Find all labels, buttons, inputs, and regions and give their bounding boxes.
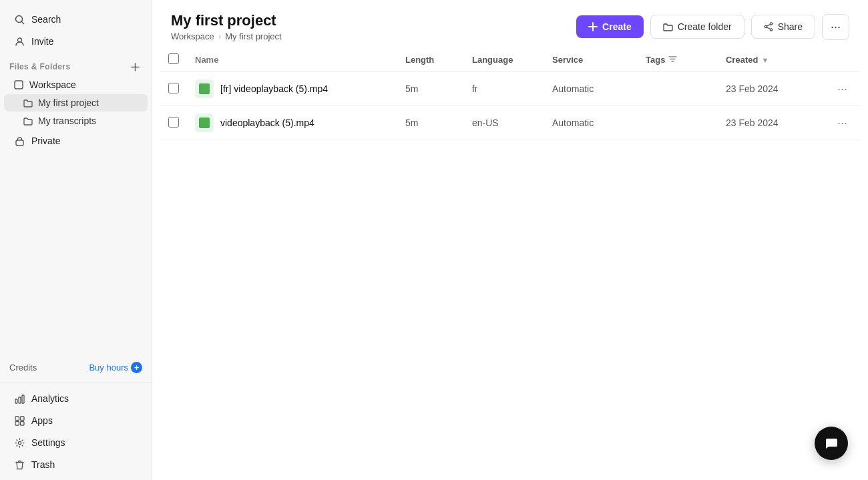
- row-checkbox-cell: [160, 106, 187, 140]
- share-button[interactable]: Share: [751, 15, 815, 39]
- col-header-length: Length: [397, 48, 464, 72]
- svg-rect-25: [199, 83, 210, 94]
- buy-hours-label: Buy hours: [89, 363, 128, 373]
- breadcrumb-separator: ›: [218, 31, 221, 41]
- row-name-cell: [fr] videoplayback (5).mp4: [187, 72, 397, 106]
- svg-line-20: [767, 24, 770, 26]
- sidebar: Search Invite Files & Folders Workspace: [0, 0, 152, 480]
- sidebar-item-my-transcripts[interactable]: My transcripts: [4, 112, 148, 130]
- svg-rect-29: [200, 91, 206, 92]
- table-row[interactable]: videoplayback (5).mp4 5m en-US Automatic…: [160, 106, 860, 140]
- svg-line-21: [767, 27, 770, 29]
- row-created: 23 Feb 2024: [718, 106, 825, 140]
- chat-fab[interactable]: [815, 427, 848, 460]
- tags-filter-icon[interactable]: [668, 55, 677, 65]
- topbar: My first project Workspace › My first pr…: [152, 0, 868, 48]
- apps-label: Apps: [31, 415, 53, 426]
- col-header-name: Name: [187, 48, 397, 72]
- row-checkbox[interactable]: [168, 83, 179, 93]
- sidebar-item-invite[interactable]: Invite: [4, 31, 148, 52]
- col-header-tags: Tags: [638, 48, 718, 72]
- svg-rect-12: [15, 421, 19, 425]
- row-service: Automatic: [544, 106, 638, 140]
- trash-label: Trash: [31, 459, 55, 470]
- settings-label: Settings: [31, 437, 65, 448]
- sidebar-item-settings[interactable]: Settings: [4, 432, 148, 453]
- create-button[interactable]: Create: [576, 15, 644, 38]
- search-icon: [13, 13, 25, 25]
- sidebar-item-search[interactable]: Search: [4, 9, 148, 30]
- row-checkbox-cell: [160, 72, 187, 106]
- svg-rect-10: [15, 417, 19, 421]
- apps-icon: [13, 415, 25, 427]
- credits-bar: Credits Buy hours +: [0, 356, 152, 379]
- col-checkbox: [160, 48, 187, 72]
- svg-rect-6: [16, 140, 23, 146]
- svg-rect-9: [22, 395, 24, 403]
- row-filename: videoplayback (5).mp4: [220, 117, 314, 128]
- sidebar-top: Search Invite Files & Folders Workspace: [0, 0, 152, 352]
- sidebar-item-workspace[interactable]: Workspace: [4, 76, 148, 93]
- svg-rect-11: [20, 417, 24, 421]
- create-folder-label: Create folder: [678, 21, 732, 32]
- svg-rect-27: [200, 87, 208, 89]
- row-service: Automatic: [544, 72, 638, 106]
- sidebar-item-trash[interactable]: Trash: [4, 454, 148, 475]
- col-header-actions: [825, 48, 860, 72]
- svg-point-19: [765, 25, 767, 27]
- sidebar-item-apps[interactable]: Apps: [4, 410, 148, 431]
- col-header-service: Service: [544, 48, 638, 72]
- create-label: Create: [602, 21, 632, 32]
- svg-rect-33: [200, 124, 208, 125]
- file-type-icon: [195, 79, 214, 98]
- select-all-checkbox[interactable]: [168, 53, 179, 64]
- main-content: My first project Workspace › My first pr…: [152, 0, 868, 480]
- svg-point-2: [17, 38, 21, 42]
- row-actions-cell: ···: [825, 72, 860, 106]
- buy-hours-button[interactable]: Buy hours +: [89, 362, 142, 373]
- lock-icon: [13, 135, 25, 147]
- files-folders-label: Files & Folders: [9, 62, 70, 71]
- row-created: 23 Feb 2024: [718, 72, 825, 106]
- table-row[interactable]: [fr] videoplayback (5).mp4 5m fr Automat…: [160, 72, 860, 106]
- svg-rect-31: [200, 119, 204, 121]
- svg-rect-34: [200, 125, 206, 126]
- row-actions-cell: ···: [825, 106, 860, 140]
- breadcrumb-project[interactable]: My first project: [225, 31, 282, 41]
- row-checkbox[interactable]: [168, 117, 179, 128]
- transcripts-folder-icon: [23, 115, 33, 126]
- svg-line-1: [21, 21, 23, 23]
- created-sort-icon[interactable]: ▼: [761, 56, 769, 64]
- workspace-label: Workspace: [29, 79, 76, 90]
- folder-icon: [23, 97, 33, 108]
- create-folder-button[interactable]: Create folder: [650, 15, 744, 39]
- workspace-icon: [13, 79, 24, 90]
- row-length: 5m: [397, 72, 464, 106]
- my-transcripts-label: My transcripts: [38, 115, 96, 126]
- more-options-button[interactable]: ···: [822, 14, 849, 40]
- search-label: Search: [31, 14, 61, 25]
- col-header-language: Language: [464, 48, 544, 72]
- invite-label: Invite: [31, 36, 53, 47]
- svg-rect-30: [199, 117, 210, 128]
- row-tags: [638, 72, 718, 106]
- svg-rect-7: [15, 399, 17, 403]
- sidebar-item-analytics[interactable]: Analytics: [4, 388, 148, 409]
- add-files-button[interactable]: [128, 59, 142, 74]
- sidebar-credits-section: Credits Buy hours +: [0, 352, 152, 383]
- sidebar-item-my-first-project[interactable]: My first project: [4, 94, 148, 111]
- settings-icon: [13, 437, 25, 449]
- breadcrumb-workspace[interactable]: Workspace: [171, 31, 214, 41]
- svg-rect-32: [200, 122, 208, 123]
- breadcrumb: Workspace › My first project: [171, 31, 282, 41]
- row-language: fr: [464, 72, 544, 106]
- svg-point-18: [770, 29, 772, 31]
- row-more-button[interactable]: ···: [833, 81, 852, 97]
- sidebar-item-private[interactable]: Private: [4, 130, 148, 152]
- file-type-icon: [195, 113, 214, 132]
- svg-point-14: [18, 441, 21, 444]
- file-table: Name Length Language Service Tags: [152, 48, 868, 480]
- svg-point-17: [770, 23, 772, 25]
- svg-rect-28: [200, 89, 208, 91]
- row-more-button[interactable]: ···: [833, 115, 852, 131]
